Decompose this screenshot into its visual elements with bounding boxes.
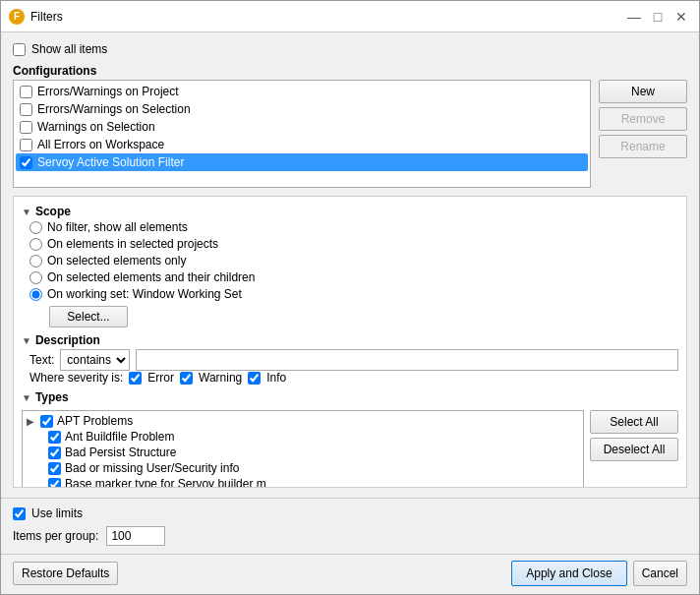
warning-checkbox[interactable] — [180, 372, 193, 385]
type-item-ant: Ant Buildfile Problem — [25, 429, 581, 445]
types-list[interactable]: ▶ APT Problems Ant Buildfile Problem Bad — [22, 410, 584, 488]
window-icon: F — [9, 9, 25, 25]
show-all-row: Show all items — [13, 42, 687, 56]
scope-radio-label-2: On selected elements only — [47, 254, 186, 268]
bottom-section: Use limits Items per group: — [1, 498, 699, 554]
type-buttons: Select All Deselect All — [590, 410, 678, 488]
scope-radio-input-4[interactable] — [29, 288, 42, 301]
cancel-button[interactable]: Cancel — [633, 561, 687, 586]
maximize-button[interactable]: □ — [648, 7, 668, 27]
bad-persist-checkbox[interactable] — [48, 446, 61, 459]
scope-radio-0: No filter, show all elements — [29, 220, 678, 234]
type-item-bad-user: Bad or missing User/Security info — [25, 460, 581, 476]
configurations-list[interactable]: Errors/Warnings on Project Errors/Warnin… — [13, 80, 591, 188]
close-button[interactable]: ✕ — [671, 7, 691, 27]
scope-label: Scope — [35, 205, 71, 218]
items-per-group-row: Items per group: — [13, 526, 687, 546]
config-item[interactable]: All Errors on Workspace — [16, 136, 588, 153]
deselect-all-button[interactable]: Deselect All — [590, 438, 678, 461]
base-builder-checkbox[interactable] — [48, 478, 61, 489]
error-checkbox[interactable] — [129, 372, 142, 385]
scope-radio-1: On elements in selected projects — [29, 237, 678, 251]
types-section: ▼ Types ▶ APT Problems — [22, 390, 678, 488]
footer-right: Apply and Close Cancel — [511, 561, 687, 586]
type-item-base-builder: Base marker type for Servoy builder m — [25, 476, 581, 488]
ant-label: Ant Buildfile Problem — [65, 430, 174, 444]
bad-user-label: Bad or missing User/Security info — [65, 461, 239, 475]
description-section: ▼ Description Text: contains Where sever… — [22, 333, 678, 385]
minimize-button[interactable]: — — [624, 7, 644, 27]
use-limits-label: Use limits — [31, 506, 83, 520]
use-limits-checkbox[interactable] — [13, 507, 26, 520]
show-all-checkbox[interactable] — [13, 43, 26, 56]
types-list-inner: ▶ APT Problems Ant Buildfile Problem Bad — [23, 411, 583, 488]
window-title: Filters — [30, 10, 624, 24]
remove-button[interactable]: Remove — [599, 107, 687, 131]
scope-radio-input-3[interactable] — [29, 271, 42, 284]
scope-radio-4: On working set: Window Working Set — [29, 287, 678, 301]
type-group-apt: ▶ APT Problems — [25, 413, 581, 429]
scope-radio-input-1[interactable] — [29, 238, 42, 251]
select-button[interactable]: Select... — [49, 306, 128, 327]
scope-section: ▼ Scope No filter, show all elements On … — [22, 205, 678, 327]
config-item[interactable]: Warnings on Selection — [16, 118, 588, 136]
ant-checkbox[interactable] — [48, 431, 61, 444]
scope-radio-3: On selected elements and their children — [29, 270, 678, 284]
config-checkbox-1[interactable] — [20, 103, 32, 116]
apt-checkbox[interactable] — [40, 415, 53, 428]
description-label: Description — [35, 333, 100, 347]
scope-radio-label-4: On working set: Window Working Set — [47, 287, 242, 301]
apt-expand-arrow[interactable]: ▶ — [27, 416, 34, 427]
configurations-label: Configurations — [13, 64, 687, 78]
show-all-label: Show all items — [31, 42, 107, 56]
scope-radio-label-3: On selected elements and their children — [47, 270, 255, 284]
types-content: ▶ APT Problems Ant Buildfile Problem Bad — [22, 410, 678, 488]
description-triangle: ▼ — [22, 335, 31, 346]
config-checkbox-3[interactable] — [20, 139, 32, 151]
bad-user-checkbox[interactable] — [48, 462, 61, 475]
apt-label: APT Problems — [57, 414, 133, 428]
bad-persist-label: Bad Persist Structure — [65, 446, 176, 459]
severity-label: Where severity is: — [29, 371, 123, 385]
config-item[interactable]: Errors/Warnings on Selection — [16, 100, 588, 118]
apply-close-button[interactable]: Apply and Close — [511, 561, 626, 586]
config-label-3: All Errors on Workspace — [37, 138, 164, 151]
main-window: F Filters — □ ✕ Show all items Configura… — [0, 0, 700, 595]
severity-row: Where severity is: Error Warning Info — [22, 371, 678, 385]
items-per-group-label: Items per group: — [13, 529, 98, 543]
scope-radio-label-1: On elements in selected projects — [47, 237, 218, 251]
description-header: ▼ Description — [22, 333, 678, 347]
footer: Restore Defaults Apply and Close Cancel — [1, 554, 699, 594]
config-checkbox-2[interactable] — [20, 121, 32, 134]
scope-radio-label-0: No filter, show all elements — [47, 220, 188, 234]
use-limits-row: Use limits — [13, 506, 687, 520]
config-checkbox-4[interactable] — [20, 156, 32, 169]
config-item-selected[interactable]: Servoy Active Solution Filter — [16, 153, 588, 171]
scope-radio-input-2[interactable] — [29, 255, 42, 268]
configs-area: Errors/Warnings on Project Errors/Warnin… — [13, 80, 687, 188]
configurations-section: Configurations Errors/Warnings on Projec… — [13, 64, 687, 188]
text-label: Text: — [29, 353, 54, 367]
right-panel: ▼ Scope No filter, show all elements On … — [13, 196, 687, 488]
scope-radio-input-0[interactable] — [29, 221, 42, 234]
contains-select[interactable]: contains — [60, 349, 130, 371]
description-input[interactable] — [136, 349, 678, 371]
restore-defaults-button[interactable]: Restore Defaults — [13, 562, 118, 585]
select-all-button[interactable]: Select All — [590, 410, 678, 434]
error-label: Error — [147, 371, 174, 385]
config-item[interactable]: Errors/Warnings on Project — [16, 83, 588, 100]
info-label: Info — [266, 371, 286, 385]
config-label-4: Servoy Active Solution Filter — [37, 155, 184, 169]
rename-button[interactable]: Rename — [599, 135, 687, 158]
config-label-0: Errors/Warnings on Project — [37, 85, 179, 98]
config-checkbox-0[interactable] — [20, 86, 32, 98]
types-header: ▼ Types — [22, 390, 678, 404]
content-area: Show all items Configurations Errors/War… — [1, 32, 699, 498]
new-button[interactable]: New — [599, 80, 687, 103]
scope-triangle: ▼ — [22, 207, 31, 217]
info-checkbox[interactable] — [248, 372, 261, 385]
scope-options: No filter, show all elements On elements… — [22, 220, 678, 327]
warning-label: Warning — [199, 371, 242, 385]
items-per-group-input[interactable] — [106, 526, 165, 546]
base-builder-label: Base marker type for Servoy builder m — [65, 477, 266, 488]
